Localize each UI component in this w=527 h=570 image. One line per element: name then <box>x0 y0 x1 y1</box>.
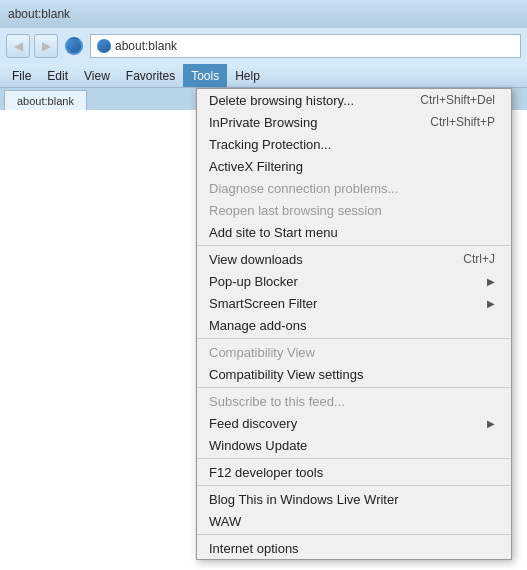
arrow-icon: ▶ <box>487 418 495 429</box>
menu-inprivate[interactable]: InPrivate Browsing Ctrl+Shift+P <box>197 111 511 133</box>
menu-manage-addons[interactable]: Manage add-ons <box>197 314 511 336</box>
menu-waw[interactable]: WAW <box>197 510 511 532</box>
menu-edit[interactable]: Edit <box>39 64 76 87</box>
menu-popup-blocker[interactable]: Pop-up Blocker ▶ <box>197 270 511 292</box>
menu-help[interactable]: Help <box>227 64 268 87</box>
menu-blog-live-writer[interactable]: Blog This in Windows Live Writer <box>197 488 511 510</box>
tools-dropdown: Delete browsing history... Ctrl+Shift+De… <box>196 88 512 560</box>
address-bar[interactable]: about:blank <box>90 34 521 58</box>
page-title: about:blank <box>8 7 70 21</box>
menu-favorites[interactable]: Favorites <box>118 64 183 87</box>
menu-view[interactable]: View <box>76 64 118 87</box>
back-button[interactable]: ◀ <box>6 34 30 58</box>
menu-tools[interactable]: Tools <box>183 64 227 87</box>
browser-tab[interactable]: about:blank <box>4 90 87 110</box>
menu-add-site[interactable]: Add site to Start menu <box>197 221 511 243</box>
menu-compat-view: Compatibility View <box>197 341 511 363</box>
menu-windows-update[interactable]: Windows Update <box>197 434 511 456</box>
separator-2 <box>197 338 511 339</box>
menu-smartscreen[interactable]: SmartScreen Filter ▶ <box>197 292 511 314</box>
title-bar: about:blank <box>0 0 527 28</box>
separator-1 <box>197 245 511 246</box>
menu-compat-view-settings[interactable]: Compatibility View settings <box>197 363 511 385</box>
menu-internet-options[interactable]: Internet options <box>197 537 511 559</box>
menu-reopen: Reopen last browsing session <box>197 199 511 221</box>
separator-3 <box>197 387 511 388</box>
menu-file[interactable]: File <box>4 64 39 87</box>
separator-6 <box>197 534 511 535</box>
tab-label: about:blank <box>17 95 74 107</box>
forward-button[interactable]: ▶ <box>34 34 58 58</box>
menu-delete-history[interactable]: Delete browsing history... Ctrl+Shift+De… <box>197 89 511 111</box>
arrow-icon: ▶ <box>487 298 495 309</box>
ie-logo <box>65 37 83 55</box>
arrow-icon: ▶ <box>487 276 495 287</box>
menu-feed-discovery[interactable]: Feed discovery ▶ <box>197 412 511 434</box>
menu-tracking[interactable]: Tracking Protection... <box>197 133 511 155</box>
favicon <box>97 39 111 53</box>
menu-subscribe-feed: Subscribe to this feed... <box>197 390 511 412</box>
menu-bar: File Edit View Favorites Tools Help <box>0 64 527 88</box>
menu-f12-dev[interactable]: F12 developer tools <box>197 461 511 483</box>
nav-bar: ◀ ▶ about:blank <box>0 28 527 64</box>
separator-5 <box>197 485 511 486</box>
separator-4 <box>197 458 511 459</box>
menu-view-downloads[interactable]: View downloads Ctrl+J <box>197 248 511 270</box>
menu-diagnose: Diagnose connection problems... <box>197 177 511 199</box>
address-text: about:blank <box>115 39 177 53</box>
menu-activex[interactable]: ActiveX Filtering <box>197 155 511 177</box>
